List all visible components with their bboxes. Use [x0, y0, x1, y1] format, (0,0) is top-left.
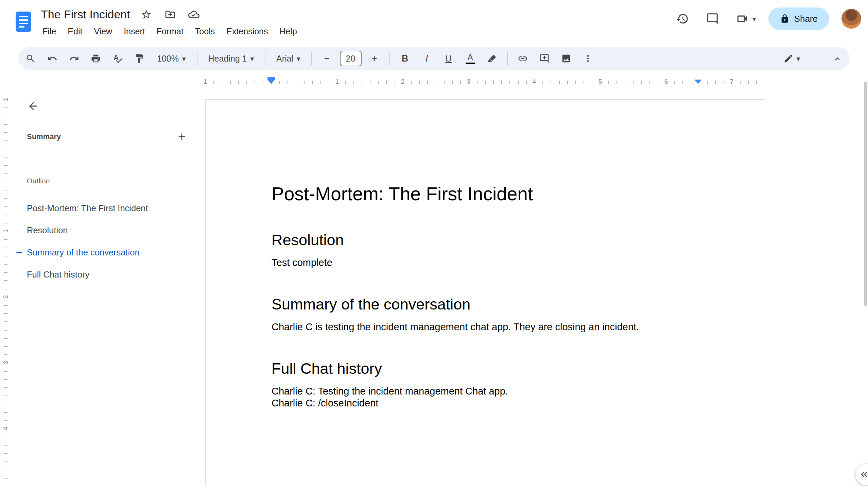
join-call-button[interactable]: ▾	[733, 10, 756, 28]
document-page[interactable]: Post-Mortem: The First Incident Resoluti…	[205, 99, 765, 486]
share-button-label: Share	[794, 14, 818, 24]
ruler-number: 2	[399, 77, 407, 86]
menu-item-file[interactable]: File	[37, 24, 62, 39]
ruler-number: 6	[662, 77, 670, 86]
videocam-icon	[733, 10, 751, 28]
ruler-number: 4	[531, 77, 538, 86]
print-button[interactable]	[87, 50, 105, 67]
zoom-select[interactable]: 100% ▾	[152, 50, 191, 67]
open-comments-button[interactable]	[704, 10, 721, 28]
doc-paragraph[interactable]: Charlie C: Testing the incident manageme…	[272, 385, 699, 397]
doc-heading-summary[interactable]: Summary of the conversation	[272, 296, 699, 313]
outline-item-post-mortem[interactable]: Post-Mortem: The First Incident	[12, 197, 205, 219]
menu-bar: File Edit View Insert Format Tools Exten…	[37, 24, 303, 39]
add-comment-button[interactable]	[536, 50, 553, 67]
search-icon	[25, 53, 36, 64]
menu-item-tools[interactable]: Tools	[189, 24, 221, 39]
insert-link-button[interactable]	[514, 50, 532, 67]
version-history-button[interactable]	[674, 10, 691, 28]
menu-item-help[interactable]: Help	[274, 24, 303, 39]
chevron-down-icon: ▾	[297, 55, 300, 62]
ruler-number: 1	[1, 225, 10, 237]
toolbar-divider	[265, 52, 265, 65]
print-icon	[91, 53, 101, 64]
outline-item-full-chat-history[interactable]: Full Chat history	[12, 264, 205, 286]
history-clock-icon	[676, 12, 689, 25]
image-icon	[561, 53, 571, 64]
decrease-font-size-button[interactable]: −	[318, 50, 336, 67]
summary-row: Summary	[27, 127, 190, 146]
text-color-button[interactable]: A	[462, 50, 479, 67]
chevron-down-icon: ▾	[752, 15, 756, 22]
doc-heading-full-chat-history[interactable]: Full Chat history	[272, 360, 699, 377]
font-value: Arial	[276, 54, 293, 64]
star-icon	[141, 9, 152, 20]
star-button[interactable]	[139, 7, 154, 22]
chevron-up-icon	[832, 53, 843, 64]
menu-item-extensions[interactable]: Extensions	[221, 24, 274, 39]
vertical-scrollbar-thumb[interactable]	[864, 82, 867, 306]
add-comment-icon	[539, 53, 550, 64]
top-bar: The First Incident File Edit View Insert…	[0, 0, 868, 48]
doc-heading-resolution[interactable]: Resolution	[272, 232, 699, 249]
ruler-number: 4	[1, 423, 10, 434]
menu-item-format[interactable]: Format	[151, 24, 189, 39]
redo-icon	[69, 53, 79, 64]
left-indent-marker[interactable]	[267, 77, 275, 84]
account-avatar[interactable]	[841, 9, 861, 29]
menu-item-edit[interactable]: Edit	[62, 24, 88, 39]
outline-item-label: Resolution	[27, 225, 68, 235]
close-outline-button[interactable]	[25, 98, 41, 114]
font-family-select[interactable]: Arial ▾	[272, 50, 305, 67]
more-toolbar-options-button[interactable]	[579, 50, 597, 67]
toolbar-divider	[311, 52, 312, 65]
right-indent-marker[interactable]	[694, 80, 702, 84]
increase-font-size-button[interactable]: +	[366, 50, 383, 67]
ruler-number: 7	[728, 77, 736, 86]
move-document-button[interactable]	[163, 7, 178, 22]
redo-button[interactable]	[65, 50, 83, 67]
panel-divider	[27, 156, 191, 156]
add-summary-button[interactable]	[174, 129, 190, 145]
collapse-toolbar-button[interactable]	[829, 50, 846, 67]
lock-icon	[780, 14, 789, 23]
outline-item-resolution[interactable]: Resolution	[12, 219, 205, 241]
menu-item-view[interactable]: View	[88, 24, 118, 39]
toolbar-divider	[197, 52, 197, 65]
doc-paragraph[interactable]: Charlie C is testing the incident manage…	[272, 321, 699, 333]
paint-roller-icon	[134, 53, 144, 64]
doc-paragraph[interactable]: Test complete	[272, 257, 699, 269]
highlight-color-button[interactable]	[483, 50, 501, 67]
document-title[interactable]: The First Incident	[41, 8, 130, 21]
underline-button[interactable]: U	[440, 50, 457, 67]
menu-item-insert[interactable]: Insert	[118, 24, 151, 39]
doc-paragraph[interactable]: Charlie C: /closeIncident	[272, 397, 699, 409]
comment-icon	[706, 12, 719, 25]
toolbar: 100% ▾ Heading 1 ▾ Arial ▾ − 20 + B I U …	[18, 47, 850, 70]
docs-logo-icon[interactable]	[16, 12, 31, 32]
italic-button[interactable]: I	[418, 50, 436, 67]
ruler-number: 2	[1, 291, 10, 303]
folder-move-icon	[164, 9, 176, 20]
more-vert-icon	[583, 53, 593, 64]
ruler-number: 1	[202, 77, 209, 86]
bold-button[interactable]: B	[396, 50, 414, 67]
search-menus-button[interactable]	[22, 50, 39, 67]
document-status-button[interactable]	[187, 7, 202, 22]
styles-value: Heading 1	[208, 54, 247, 64]
show-side-panel-button[interactable]	[856, 464, 868, 485]
paragraph-styles-select[interactable]: Heading 1 ▾	[204, 50, 259, 67]
outline-item-summary-of-conversation[interactable]: Summary of the conversation	[12, 241, 205, 264]
spellcheck-icon	[112, 53, 123, 64]
summary-heading: Summary	[27, 132, 61, 141]
highlighter-icon	[487, 53, 497, 64]
paint-format-button[interactable]	[131, 50, 148, 67]
font-size-input[interactable]: 20	[340, 51, 362, 66]
outline-heading: Outline	[27, 177, 50, 185]
doc-heading-1[interactable]: Post-Mortem: The First Incident	[272, 183, 699, 204]
insert-image-button[interactable]	[557, 50, 575, 67]
share-button[interactable]: Share	[768, 7, 829, 30]
editing-mode-button[interactable]: ▾	[779, 50, 804, 67]
undo-button[interactable]	[44, 50, 61, 67]
spellcheck-button[interactable]	[109, 50, 126, 67]
